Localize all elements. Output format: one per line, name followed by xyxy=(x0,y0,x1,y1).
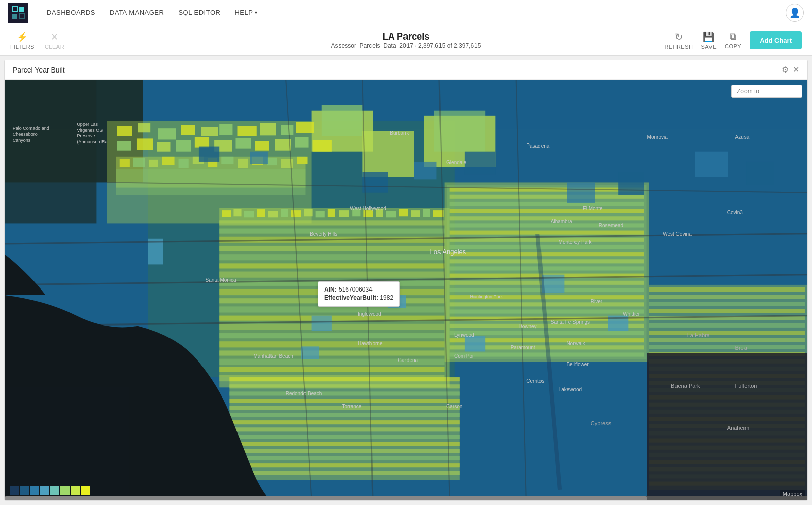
svg-rect-59 xyxy=(339,210,349,217)
svg-rect-12 xyxy=(138,123,150,132)
map-panel: Parcel Year Built ⚙ ✕ xyxy=(4,60,808,501)
svg-rect-81 xyxy=(219,333,444,338)
close-icon[interactable]: ✕ xyxy=(793,65,799,75)
svg-rect-68 xyxy=(219,220,444,225)
copy-icon: ⧉ xyxy=(730,31,737,42)
svg-rect-54 xyxy=(281,209,288,217)
svg-rect-126 xyxy=(229,463,459,467)
svg-rect-72 xyxy=(219,254,444,260)
svg-rect-136 xyxy=(649,338,805,342)
svg-rect-28 xyxy=(255,141,269,150)
svg-rect-122 xyxy=(229,435,459,439)
svg-rect-58 xyxy=(328,209,335,217)
svg-rect-24 xyxy=(176,140,191,151)
svg-rect-51 xyxy=(244,211,254,217)
nav-dashboards[interactable]: DASHBOARDS xyxy=(41,6,101,19)
settings-icon[interactable]: ⚙ xyxy=(782,65,789,75)
top-navigation: DASHBOARDS DATA MANAGER SQL EDITOR HELP … xyxy=(0,0,812,25)
svg-rect-56 xyxy=(304,209,312,216)
svg-rect-9 xyxy=(434,111,485,152)
svg-rect-14 xyxy=(181,125,195,135)
user-menu-button[interactable]: 👤 xyxy=(786,4,804,22)
svg-rect-115 xyxy=(229,384,459,388)
svg-rect-41 xyxy=(238,159,248,168)
svg-rect-7 xyxy=(362,131,414,177)
toolbar: ⚡ FILTERS ✕ CLEAR LA Parcels Assessor_Pa… xyxy=(0,25,812,56)
svg-rect-22 xyxy=(137,138,153,150)
svg-rect-99 xyxy=(450,259,644,263)
svg-rect-29 xyxy=(275,139,291,150)
page-title: LA Parcels xyxy=(331,31,481,42)
svg-rect-34 xyxy=(133,158,145,167)
svg-rect-30 xyxy=(295,137,308,147)
svg-rect-45 xyxy=(297,157,307,164)
svg-rect-157 xyxy=(199,147,219,162)
filter-icon: ⚡ xyxy=(17,31,28,43)
svg-rect-16 xyxy=(219,124,232,135)
panel-controls: ⚙ ✕ xyxy=(782,65,799,75)
svg-rect-52 xyxy=(257,209,265,217)
svg-rect-61 xyxy=(363,210,373,217)
svg-rect-37 xyxy=(179,159,189,168)
nav-help[interactable]: HELP ▾ xyxy=(228,6,263,19)
nav-data-manager[interactable]: DATA MANAGER xyxy=(104,6,170,19)
svg-rect-33 xyxy=(120,159,130,167)
legend-swatch-8 xyxy=(81,486,90,495)
svg-rect-25 xyxy=(195,137,209,147)
svg-rect-93 xyxy=(450,216,644,220)
app-logo[interactable] xyxy=(8,3,28,23)
svg-rect-91 xyxy=(450,202,644,206)
legend-swatch-2 xyxy=(20,486,29,495)
svg-rect-165 xyxy=(746,162,774,185)
zoom-to-input[interactable] xyxy=(731,85,802,98)
svg-rect-21 xyxy=(117,141,131,150)
svg-rect-36 xyxy=(162,157,174,165)
svg-rect-160 xyxy=(414,162,436,179)
legend-swatch-1 xyxy=(10,486,19,495)
svg-rect-18 xyxy=(260,123,276,135)
svg-rect-94 xyxy=(450,223,644,227)
map-panel-title: Parcel Year Built xyxy=(13,66,65,74)
save-icon: 💾 xyxy=(703,31,715,43)
svg-rect-65 xyxy=(411,210,420,217)
save-button[interactable]: 💾 SAVE xyxy=(701,31,717,50)
add-chart-button[interactable]: Add Chart xyxy=(750,31,802,49)
svg-rect-172 xyxy=(465,336,485,351)
svg-rect-114 xyxy=(229,377,459,381)
clear-button[interactable]: ✕ CLEAR xyxy=(45,31,64,50)
map-panel-header: Parcel Year Built ⚙ ✕ xyxy=(5,60,807,80)
nav-sql-editor[interactable]: SQL EDITOR xyxy=(172,6,226,19)
map-background: AIN: 5167006034 EffectiveYearBuilt: 1982… xyxy=(5,80,807,500)
copy-button[interactable]: ⧉ COPY xyxy=(725,31,741,49)
svg-rect-161 xyxy=(465,152,495,175)
scrollbar-thumb xyxy=(5,496,647,500)
svg-rect-78 xyxy=(219,306,444,312)
svg-rect-159 xyxy=(362,172,388,192)
svg-rect-105 xyxy=(450,302,644,306)
svg-rect-121 xyxy=(229,427,459,431)
svg-rect-15 xyxy=(201,127,218,136)
svg-rect-125 xyxy=(229,456,459,460)
svg-rect-67 xyxy=(433,210,443,217)
horizontal-scrollbar[interactable] xyxy=(5,496,807,500)
svg-rect-106 xyxy=(450,309,644,313)
svg-rect-97 xyxy=(450,245,644,249)
svg-rect-3 xyxy=(5,80,96,223)
map-container[interactable]: AIN: 5167006034 EffectiveYearBuilt: 1982… xyxy=(5,80,807,500)
svg-rect-117 xyxy=(229,399,459,403)
svg-rect-73 xyxy=(219,263,444,268)
svg-rect-118 xyxy=(229,406,459,410)
refresh-button[interactable]: ↻ REFRESH xyxy=(664,31,693,50)
svg-rect-31 xyxy=(313,140,332,151)
svg-rect-92 xyxy=(450,209,644,213)
svg-rect-17 xyxy=(237,126,256,136)
svg-rect-104 xyxy=(450,295,644,299)
svg-rect-82 xyxy=(219,341,444,347)
svg-rect-129 xyxy=(649,287,805,292)
svg-rect-74 xyxy=(219,272,444,278)
svg-rect-130 xyxy=(649,295,805,299)
map-tooltip: AIN: 5167006034 EffectiveYearBuilt: 1982 xyxy=(318,281,400,307)
svg-rect-55 xyxy=(291,210,301,217)
filters-button[interactable]: ⚡ FILTERS xyxy=(10,31,35,50)
svg-rect-98 xyxy=(450,252,644,256)
